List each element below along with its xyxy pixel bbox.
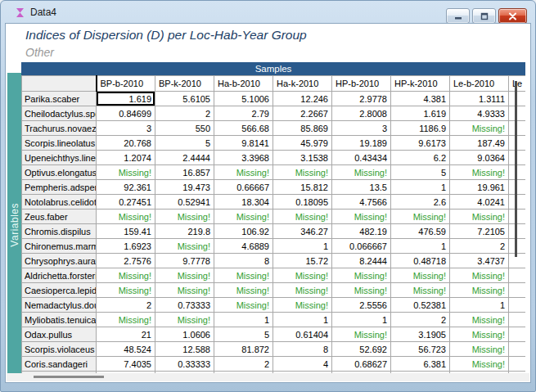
row-label[interactable]: Chromis.dispilus <box>22 224 97 239</box>
cell[interactable]: 4.381 <box>391 92 450 106</box>
cell[interactable]: 159.41 <box>97 224 155 239</box>
cell[interactable]: 3.4737 <box>450 254 509 268</box>
cell[interactable]: 219.8 <box>155 224 214 239</box>
vertical-scrollbar-thumb[interactable] <box>515 81 517 257</box>
cell[interactable]: 45.979 <box>273 136 332 151</box>
cell[interactable]: 12.246 <box>273 92 332 106</box>
restore-button[interactable] <box>472 8 496 24</box>
close-button[interactable] <box>498 8 527 24</box>
cell[interactable] <box>509 283 526 298</box>
cell[interactable]: 1.619 <box>97 92 155 106</box>
cell[interactable]: Missing! <box>214 298 273 313</box>
cell[interactable] <box>509 357 526 372</box>
cell[interactable]: 5.1006 <box>214 92 273 106</box>
cell[interactable]: 2.79 <box>214 106 273 121</box>
cell[interactable]: 56.723 <box>391 342 450 357</box>
cell[interactable]: 1 <box>450 298 509 313</box>
cell[interactable]: Missing! <box>155 268 214 283</box>
cell[interactable]: Missing! <box>97 283 155 298</box>
cell[interactable]: 3.1905 <box>391 327 450 342</box>
cell[interactable]: 4.9333 <box>450 106 509 121</box>
cell[interactable]: 21 <box>97 327 155 342</box>
cell[interactable]: Missing! <box>391 268 450 283</box>
cell[interactable]: 5 <box>391 165 450 180</box>
cell[interactable]: 4.6889 <box>214 239 273 254</box>
cell[interactable] <box>509 342 526 357</box>
cell[interactable]: Missing! <box>332 210 391 224</box>
cell[interactable]: Missing! <box>214 210 273 224</box>
cell[interactable]: 9.7778 <box>155 254 214 268</box>
cell[interactable]: 0.48718 <box>391 254 450 268</box>
row-label[interactable]: Caesioperca.lepidop <box>22 283 97 298</box>
cell[interactable]: 15.812 <box>273 180 332 195</box>
cell[interactable]: 3 <box>97 121 155 136</box>
cell[interactable]: Missing! <box>332 327 391 342</box>
row-label[interactable]: Parika.scaber <box>22 92 97 106</box>
cell[interactable]: 6.2 <box>391 151 450 165</box>
column-header[interactable]: HP-k-2010 <box>391 76 450 92</box>
cell[interactable]: 5 <box>214 327 273 342</box>
cell[interactable]: Missing! <box>450 357 509 372</box>
row-label[interactable]: Scorpis.lineolatus <box>22 136 97 151</box>
cell[interactable]: 2.6 <box>391 195 450 210</box>
row-label[interactable]: Zeus.faber <box>22 210 97 224</box>
cell[interactable]: 0.43434 <box>332 151 391 165</box>
cell[interactable]: Missing! <box>391 283 450 298</box>
cell[interactable]: Missing! <box>97 268 155 283</box>
cell[interactable]: Missing! <box>450 327 509 342</box>
cell[interactable]: 2.2667 <box>273 106 332 121</box>
cell[interactable]: 19.961 <box>450 180 509 195</box>
cell[interactable]: 1.3111 <box>450 92 509 106</box>
cell[interactable]: 4 <box>273 357 332 372</box>
cell[interactable]: Missing! <box>97 313 155 327</box>
cell[interactable]: 1 <box>391 180 450 195</box>
cell[interactable] <box>509 327 526 342</box>
cell[interactable]: 2 <box>214 357 273 372</box>
cell[interactable]: 9.0364 <box>450 151 509 165</box>
cell[interactable]: 48.524 <box>97 342 155 357</box>
row-label[interactable]: Scorpis.violaceus <box>22 342 97 357</box>
cell[interactable]: 19.473 <box>155 180 214 195</box>
cell[interactable]: 1 <box>332 313 391 327</box>
cell[interactable]: 6.381 <box>391 357 450 372</box>
cell[interactable]: Missing! <box>273 298 332 313</box>
row-label[interactable]: Chrysophrys.auratus <box>22 254 97 268</box>
horizontal-scrollbar-thumb[interactable] <box>34 376 104 378</box>
cell[interactable]: Missing! <box>155 313 214 327</box>
cell[interactable]: Missing! <box>214 283 273 298</box>
cell[interactable]: 2.8008 <box>332 106 391 121</box>
cell[interactable]: 1 <box>391 239 450 254</box>
column-header[interactable]: BP-b-2010 <box>97 76 155 92</box>
cell[interactable]: 12.588 <box>155 342 214 357</box>
cell[interactable]: 1 <box>273 239 332 254</box>
cell[interactable]: 2 <box>391 313 450 327</box>
cell[interactable]: 0.66667 <box>214 180 273 195</box>
cell[interactable]: Missing! <box>273 210 332 224</box>
cell[interactable]: Missing! <box>450 268 509 283</box>
cell[interactable] <box>509 268 526 283</box>
cell[interactable]: Missing! <box>273 268 332 283</box>
cell[interactable]: 0.61404 <box>273 327 332 342</box>
row-label[interactable]: Optivus.elongatus <box>22 165 97 180</box>
cell[interactable]: 7.2105 <box>450 224 509 239</box>
cell[interactable]: 2.5556 <box>332 298 391 313</box>
cell[interactable]: 482.19 <box>332 224 391 239</box>
row-label[interactable]: Myliobatis.tenuicau <box>22 313 97 327</box>
cell[interactable]: 16.857 <box>155 165 214 180</box>
cell[interactable]: 0.68627 <box>332 357 391 372</box>
cell[interactable]: 0.33333 <box>155 357 214 372</box>
cell[interactable]: 1186.9 <box>391 121 450 136</box>
row-label[interactable]: Cheilodactylus.spec <box>22 106 97 121</box>
cell[interactable]: 8.2444 <box>332 254 391 268</box>
cell[interactable]: Missing! <box>450 283 509 298</box>
cell[interactable]: 2.4444 <box>155 151 214 165</box>
cell[interactable]: Missing! <box>332 165 391 180</box>
cell[interactable]: 15.72 <box>273 254 332 268</box>
cell[interactable]: 13.5 <box>332 180 391 195</box>
cell[interactable]: 0.066667 <box>332 239 391 254</box>
row-label[interactable]: Upeneichthys.lineat <box>22 151 97 165</box>
cell[interactable]: 106.92 <box>214 224 273 239</box>
row-label[interactable]: Notolabrus.celidotus <box>22 195 97 210</box>
cell[interactable]: 19.189 <box>332 136 391 151</box>
cell[interactable]: 1 <box>214 313 273 327</box>
